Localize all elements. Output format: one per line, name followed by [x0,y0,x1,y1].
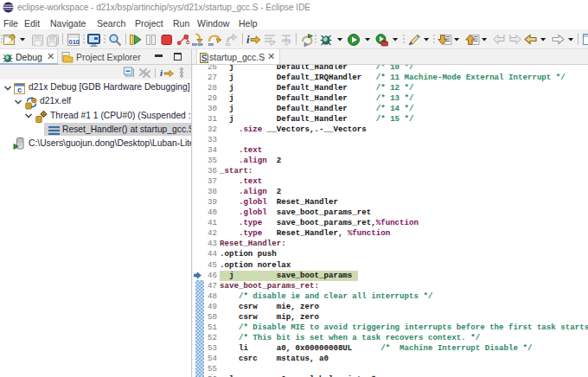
svg-text:i: i [246,33,250,46]
svg-text:S: S [201,54,207,63]
svg-text:i: i [160,67,163,78]
svg-text:010: 010 [69,38,80,46]
